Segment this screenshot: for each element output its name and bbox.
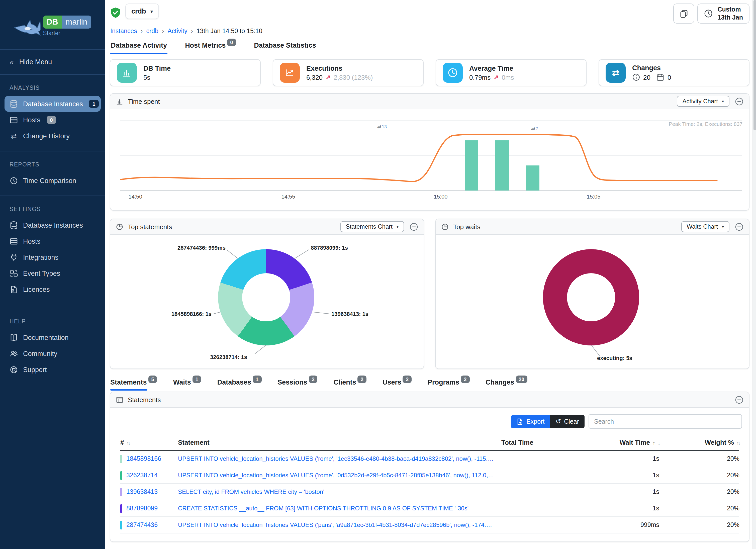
statement-link[interactable]: SELECT city, id FROM vehicles WHERE city…: [178, 488, 501, 495]
waits-donut[interactable]: [543, 249, 639, 345]
tab-changes[interactable]: Changes20: [486, 379, 527, 391]
header-controls: Statements Chart ▾: [340, 221, 418, 232]
tab-statements[interactable]: Statements5: [110, 379, 157, 391]
sidebar-item-label: Hosts: [23, 237, 40, 245]
changes-marker[interactable]: ⇄13: [377, 124, 387, 129]
changes-count: 7: [536, 126, 538, 131]
hide-menu-button[interactable]: « Hide Menu: [0, 50, 105, 75]
changes-marker[interactable]: ⇄7: [531, 126, 538, 131]
line-chart-icon: [280, 63, 300, 83]
activity-chart-select[interactable]: Activity Chart ▾: [677, 96, 729, 107]
tab-programs[interactable]: Programs2: [428, 379, 469, 391]
sidebar-item-settings-database-instances[interactable]: Database Instances: [0, 217, 105, 233]
sidebar-item-change-history[interactable]: ⇄ Change History: [0, 128, 105, 144]
circle-minus-icon: [410, 222, 418, 231]
statements-panel: Statements Export ↺ Clear: [110, 392, 749, 542]
statement-link[interactable]: UPSERT INTO vehicle_location_histories V…: [178, 521, 501, 528]
clock-icon: [10, 176, 18, 185]
sidebar-item-label: Licences: [23, 286, 50, 293]
collapse-panel-button[interactable]: [735, 222, 743, 231]
statement-link[interactable]: CREATE STATISTICS __auto__ FROM [63] WIT…: [178, 505, 501, 512]
waits-donut-chart[interactable]: executing: 5s: [436, 235, 749, 369]
statement-id-link[interactable]: 139638413: [120, 488, 178, 496]
sidebar-item-integrations[interactable]: Integrations: [0, 249, 105, 265]
pie-chart-icon: [116, 223, 123, 230]
tab-users[interactable]: Users2: [383, 379, 412, 391]
sort-column-statement[interactable]: Statement: [178, 438, 501, 446]
changes-icon: ⇄: [606, 63, 626, 83]
bar-chart-icon: [117, 63, 137, 83]
statement-id-link[interactable]: 287474436: [120, 521, 178, 529]
table-row: 1845898166 UPSERT INTO vehicle_location_…: [120, 451, 739, 467]
section-title-settings: SETTINGS: [10, 206, 105, 212]
sidebar-item-database-instances[interactable]: Database Instances 1: [5, 96, 101, 112]
breadcrumb-current: 13th Jan 14:50 to 15:10: [197, 28, 262, 35]
top-waits-panel: Top waits Waits Chart ▾: [435, 219, 749, 369]
activity-chart[interactable]: Peak Time: 2s, Executions: 837 ⇄13 ⇄7: [110, 109, 749, 210]
tab-host-metrics[interactable]: Host Metrics0: [184, 41, 236, 54]
sidebar-item-community[interactable]: Community: [0, 345, 105, 361]
collapse-panel-button[interactable]: [735, 395, 743, 404]
breadcrumb-separator: ›: [141, 28, 143, 35]
tab-sessions[interactable]: Sessions2: [277, 379, 318, 391]
scrollbar-thumb[interactable]: [753, 0, 756, 130]
instance-selector[interactable]: crdb ▾: [125, 4, 159, 19]
sidebar-item-event-types[interactable]: Event Types: [0, 265, 105, 281]
vertical-scrollbar[interactable]: [752, 0, 756, 549]
wait-time-value: 1s: [584, 455, 682, 462]
plug-icon: [10, 253, 18, 261]
sidebar-item-settings-hosts[interactable]: Hosts: [0, 233, 105, 249]
copy-link-button[interactable]: [674, 4, 695, 24]
hosts-icon: [10, 116, 18, 124]
breadcrumb-link[interactable]: Activity: [167, 28, 187, 35]
statements-chart-select[interactable]: Statements Chart ▾: [340, 221, 404, 232]
sort-column-id[interactable]: #↑↓: [120, 438, 178, 446]
sort-column-total-time[interactable]: Total Time: [501, 438, 584, 446]
breadcrumb-link[interactable]: crdb: [146, 28, 158, 35]
count-badge: 0: [46, 116, 56, 124]
time-range-button[interactable]: Custom 13th Jan: [698, 4, 749, 24]
statement-id-link[interactable]: 887898099: [120, 504, 178, 513]
sort-column-wait-time[interactable]: Wait Time↑↓: [584, 438, 682, 446]
statement-link[interactable]: UPSERT INTO vehicle_location_histories V…: [178, 472, 501, 479]
breadcrumb-link[interactable]: Instances: [110, 28, 137, 35]
swap-arrows-icon: ⇄: [612, 67, 619, 78]
sidebar-item-licences[interactable]: Licences: [0, 281, 105, 297]
search-input[interactable]: [589, 414, 742, 429]
top-statements-panel: Top statements Statements Chart ▾: [110, 219, 424, 369]
sidebar-item-support[interactable]: Support: [0, 361, 105, 378]
tab-database-activity[interactable]: Database Activity: [110, 41, 167, 54]
statements-donut[interactable]: [218, 249, 314, 345]
statement-link[interactable]: UPSERT INTO vehicle_location_histories V…: [178, 455, 501, 462]
sidebar-item-documentation[interactable]: Documentation: [0, 329, 105, 345]
sort-column-weight[interactable]: Weight %↑↓: [682, 438, 739, 446]
clear-button[interactable]: ↺ Clear: [550, 415, 585, 428]
color-chip: [120, 521, 122, 529]
licence-icon: [10, 285, 18, 294]
card-executions: Executions 6,320 ↗ 2,830 (123%): [273, 59, 424, 86]
tab-waits[interactable]: Waits1: [173, 379, 201, 391]
collapse-panel-button[interactable]: [410, 222, 418, 231]
weight-value: 20%: [682, 472, 739, 479]
card-content: Average Time 0.79ms ↗ 0ms: [469, 64, 514, 81]
export-button[interactable]: Export: [511, 415, 550, 428]
card-title: Changes: [632, 64, 671, 72]
dbmarlin-logo-icon: [14, 14, 41, 37]
sidebar-item-hosts[interactable]: Hosts 0: [0, 112, 105, 128]
statement-id-link[interactable]: 1845898166: [120, 454, 178, 463]
change-event-count: 0: [668, 73, 671, 81]
sidebar-item-time-comparison[interactable]: Time Comparison: [0, 172, 105, 189]
brand: DB marlin Starter: [0, 0, 105, 50]
statement-id-link[interactable]: 326238714: [120, 471, 178, 480]
waits-chart-select[interactable]: Waits Chart ▾: [681, 221, 730, 232]
tab-label: Sessions: [277, 379, 307, 386]
tab-databases[interactable]: Databases1: [217, 379, 261, 391]
collapse-panel-button[interactable]: [735, 97, 743, 106]
top-bar: crdb ▾ Custom 13th J: [105, 0, 756, 24]
wait-time-value: 1s: [584, 472, 682, 479]
tab-database-statistics[interactable]: Database Statistics: [253, 41, 317, 54]
statements-donut-chart[interactable]: 287474436: 999ms 887898099: 1s 184589816…: [110, 235, 424, 369]
time-range-line2: 13th Jan: [718, 14, 743, 21]
tab-clients[interactable]: Clients2: [334, 379, 366, 391]
table-header-row: #↑↓ Statement Total Time Wait Time↑↓ Wei…: [120, 435, 739, 451]
